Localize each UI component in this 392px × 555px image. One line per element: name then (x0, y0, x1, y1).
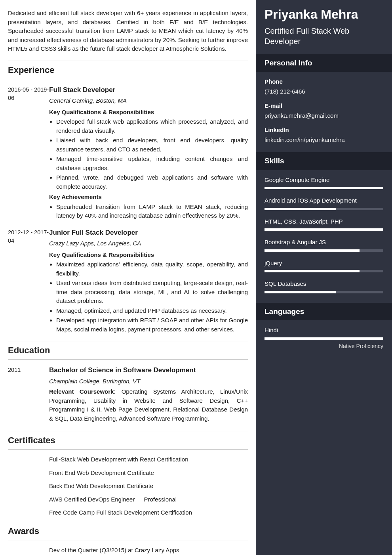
person-title: Certified Full Stack Web Developer (265, 26, 383, 46)
skills-block: Google Compute Engine Android and iOS Ap… (256, 170, 392, 303)
section-certificates: Certificates (8, 431, 248, 450)
awards-list: Dev of the Quarter (Q3/2015) at Crazy La… (8, 546, 248, 555)
degree: Bachelor of Science in Software Developm… (49, 365, 248, 375)
info-item: LinkedIn linkedin.com/in/priyankamehra (265, 126, 383, 144)
entry-dates: 2011 (8, 365, 49, 425)
skill-bar-fill (265, 270, 360, 272)
skill-bar-fill (265, 208, 336, 210)
experience-entry: 2012-12 - 2017-04 Junior Full Stack Deve… (8, 228, 248, 335)
list-item: AWS Certified DevOps Engineer — Professi… (8, 495, 248, 504)
entry-org: Crazy Lazy Apps, Los Angeles, CA (49, 239, 248, 248)
school: Champlain College, Burlington, VT (49, 377, 248, 386)
entry-org: General Gaming, Boston, MA (49, 96, 248, 105)
skill-bar (265, 249, 383, 252)
skill-bar (265, 291, 383, 293)
sidebar-header: Priyanka Mehra Certified Full Stack Web … (256, 0, 392, 54)
section-education: Education (8, 341, 248, 360)
language-item: Hindi Native Proficiency (265, 326, 383, 350)
resp-heading: Key Qualifications & Responsibilities (49, 251, 248, 260)
skill-bar-fill (265, 249, 360, 252)
info-value: priyanka.mehra@gmail.com (265, 111, 383, 121)
info-label: E-mail (265, 101, 383, 111)
list-item: Maximized applications' efficiency, data… (56, 260, 248, 278)
skill-item: jQuery (265, 259, 383, 273)
skill-item: SQL Databases (265, 279, 383, 293)
list-item: Developed full-stack web applications wh… (56, 117, 248, 135)
person-name: Priyanka Mehra (265, 7, 383, 22)
entry-role: Full Stack Developer (49, 85, 248, 95)
resp-list: Maximized applications' efficiency, data… (49, 260, 248, 334)
entry-dates: 2012-12 - 2017-04 (8, 228, 49, 335)
personal-info-block: Phone (718) 212-6466 E-mail priyanka.meh… (256, 72, 392, 152)
list-item: Planned, wrote, and debugged web applica… (56, 173, 248, 191)
language-name: Hindi (265, 326, 383, 335)
list-item: Spearheaded transition from LAMP stack t… (56, 203, 248, 220)
certificates-list: Full-Stack Web Development with React Ce… (8, 455, 248, 517)
list-item: Managed time-sensitive updates, includin… (56, 155, 248, 172)
skill-item: HTML, CSS, JavaScript, PHP (265, 217, 383, 231)
list-item: Back End Web Development Certificate (8, 482, 248, 491)
skill-name: SQL Databases (265, 279, 383, 289)
sidebar-section-personal: Personal Info (256, 54, 392, 72)
list-item: Developed app integration with REST / SO… (56, 316, 248, 334)
list-item: Front End Web Development Certificate (8, 469, 248, 478)
section-experience: Experience (8, 61, 248, 79)
skill-name: HTML, CSS, JavaScript, PHP (265, 217, 383, 226)
skill-bar (265, 270, 383, 272)
resp-list: Developed full-stack web applications wh… (49, 117, 248, 191)
info-label: LinkedIn (265, 126, 383, 135)
coursework-label: Relevant Coursework: (49, 388, 116, 395)
skill-item: Android and iOS App Development (265, 196, 383, 210)
skill-bar-fill (265, 228, 383, 231)
entry-body: Bachelor of Science in Software Developm… (49, 365, 248, 425)
entry-role: Junior Full Stack Developer (49, 228, 248, 238)
info-value: linkedin.com/in/priyankamehra (265, 136, 383, 145)
main-column: Dedicated and efficient full stack devel… (0, 0, 256, 555)
experience-list: 2016-05 - 2019-06 Full Stack Developer G… (8, 85, 248, 335)
ach-heading: Key Achievements (49, 193, 248, 202)
language-level-label: Native Proficiency (265, 342, 383, 350)
languages-block: Hindi Native Proficiency (256, 320, 392, 360)
entry-body: Junior Full Stack Developer Crazy Lazy A… (49, 228, 248, 335)
ach-list: Spearheaded transition from LAMP stack t… (49, 203, 248, 220)
language-bar (265, 337, 383, 340)
list-item: Full-Stack Web Development with React Ce… (8, 455, 248, 464)
skill-bar (265, 228, 383, 231)
skill-name: jQuery (265, 259, 383, 268)
list-item: Managed, optimized, and updated PHP data… (56, 306, 248, 316)
education-entry: 2011 Bachelor of Science in Software Dev… (8, 365, 248, 425)
entry-body: Full Stack Developer General Gaming, Bos… (49, 85, 248, 221)
skill-name: Android and iOS App Development (265, 196, 383, 205)
skill-name: Bootstrap & Angular JS (265, 238, 383, 247)
skill-name: Google Compute Engine (265, 176, 383, 185)
info-item: E-mail priyanka.mehra@gmail.com (265, 101, 383, 120)
skill-item: Google Compute Engine (265, 176, 383, 189)
list-item: Free Code Camp Full Stack Development Ce… (8, 508, 248, 517)
sidebar-section-skills: Skills (256, 152, 392, 170)
sidebar: Priyanka Mehra Certified Full Stack Web … (256, 0, 392, 555)
list-item: Used various ideas from distributed comp… (56, 279, 248, 306)
coursework: Relevant Coursework: Operating Systems A… (49, 387, 248, 423)
list-item: Dev of the Quarter (Q3/2015) at Crazy La… (8, 546, 248, 555)
experience-entry: 2016-05 - 2019-06 Full Stack Developer G… (8, 85, 248, 221)
skill-bar (265, 208, 383, 210)
summary-text: Dedicated and efficient full stack devel… (8, 9, 248, 54)
entry-dates: 2016-05 - 2019-06 (8, 85, 49, 221)
language-bar-fill (265, 337, 383, 340)
list-item: Liaised with back end developers, front … (56, 136, 248, 154)
skill-bar-fill (265, 291, 336, 293)
resp-heading: Key Qualifications & Responsibilities (49, 108, 248, 117)
info-label: Phone (265, 77, 383, 86)
info-item: Phone (718) 212-6466 (265, 77, 383, 96)
sidebar-section-languages: Languages (256, 303, 392, 321)
skill-item: Bootstrap & Angular JS (265, 238, 383, 252)
skill-bar (265, 187, 383, 189)
section-awards: Awards (8, 522, 248, 540)
info-value: (718) 212-6466 (265, 87, 383, 96)
skill-bar-fill (265, 187, 383, 189)
